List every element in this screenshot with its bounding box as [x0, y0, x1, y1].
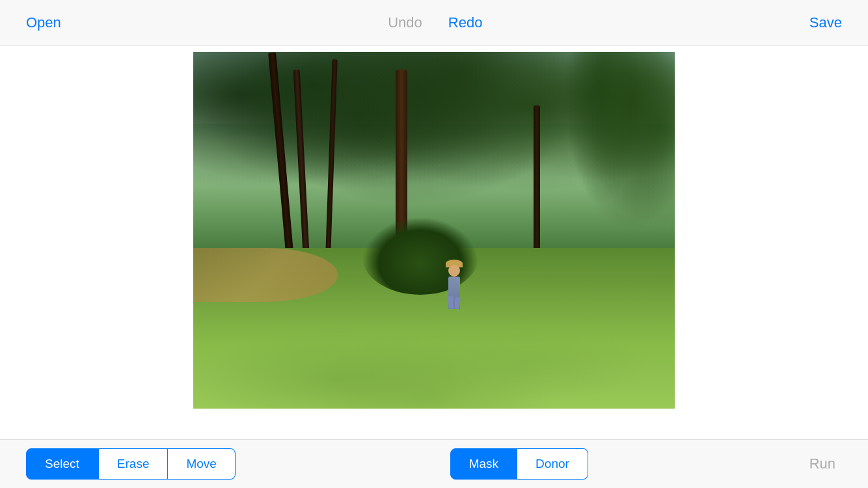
top-toolbar: Open Undo Redo Save	[0, 0, 868, 46]
run-button[interactable]: Run	[803, 452, 842, 476]
toolbar-left: Open	[20, 11, 68, 34]
select-button[interactable]: Select	[26, 448, 98, 480]
path	[193, 248, 338, 301]
bottom-toolbar: Select Erase Move Mask Donor Run	[0, 439, 868, 488]
person	[444, 257, 465, 309]
edit-tools-group: Select Erase Move	[26, 448, 236, 480]
move-button[interactable]: Move	[168, 448, 235, 480]
run-group: Run	[803, 452, 842, 476]
undo-button[interactable]: Undo	[381, 11, 429, 34]
donor-button[interactable]: Donor	[517, 448, 588, 480]
photo-scene	[193, 52, 675, 409]
person-leg-left	[448, 295, 454, 309]
redo-button[interactable]: Redo	[442, 11, 489, 34]
toolbar-center: Undo Redo	[381, 11, 489, 34]
erase-button[interactable]: Erase	[98, 448, 169, 480]
main-content	[0, 46, 868, 439]
toolbar-right: Save	[803, 11, 848, 34]
person-leg-right	[454, 297, 461, 309]
mask-tools-group: Mask Donor	[450, 448, 588, 480]
mask-button[interactable]: Mask	[450, 448, 517, 480]
save-button[interactable]: Save	[803, 11, 848, 34]
person-legs	[448, 296, 460, 309]
image-container	[193, 52, 675, 409]
person-head	[448, 265, 460, 277]
open-button[interactable]: Open	[20, 11, 68, 34]
